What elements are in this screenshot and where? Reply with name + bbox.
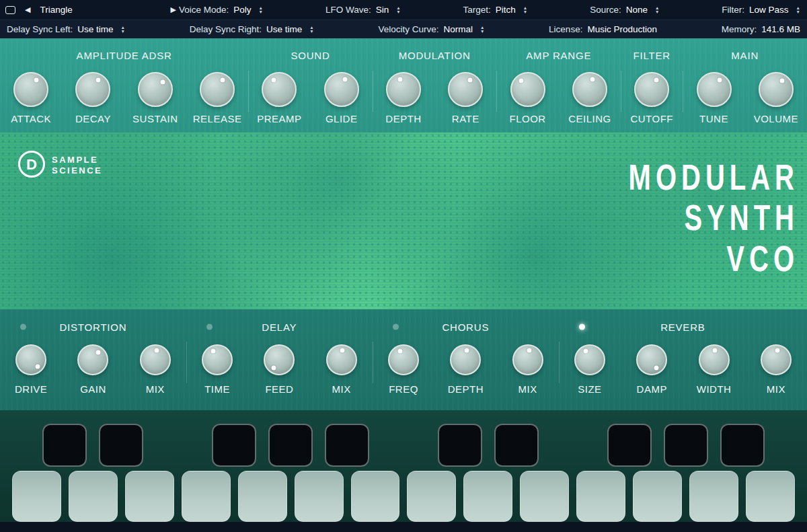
white-key-4[interactable] [182, 471, 231, 522]
knob-volume[interactable] [759, 72, 794, 107]
knob-indicator-dot [717, 78, 722, 83]
mix-label: MIX [332, 383, 351, 395]
white-key-5[interactable] [238, 471, 287, 522]
banner: D SAMPLE SCIENCE MODULAR SYNTH VCO [0, 132, 807, 309]
white-key-2[interactable] [69, 471, 118, 522]
knob-preamp[interactable] [262, 72, 297, 107]
updown-arrows-icon[interactable]: ▲▼ [396, 6, 400, 14]
knob-floor[interactable] [510, 72, 545, 107]
black-key-1[interactable] [42, 424, 87, 467]
updown-arrows-icon[interactable]: ▲▼ [309, 26, 313, 34]
logo: D SAMPLE SCIENCE [17, 150, 102, 181]
updown-arrows-icon[interactable]: ▲▼ [523, 6, 527, 14]
knob-drive[interactable] [15, 344, 46, 375]
cutoff-label: CUTOFF [630, 113, 673, 124]
group-modulation: MODULATIONDEPTHRATE [373, 38, 497, 132]
group-main: MAINTUNEVOLUME [683, 38, 807, 132]
group-header-distortion: DISTORTION [0, 309, 186, 344]
white-key-1[interactable] [12, 471, 61, 522]
preset-controls: ◀ Triangle ▶ [5, 5, 179, 15]
menu-delay-sync-left[interactable]: Delay Sync Left:Use time▲▼ [7, 24, 125, 34]
black-key-6[interactable] [438, 424, 482, 467]
knob-freq[interactable] [388, 344, 419, 375]
menu-filter[interactable]: Filter:Low Pass▲▼ [722, 5, 800, 15]
knob-release[interactable] [200, 72, 235, 107]
reverb-led[interactable] [579, 324, 585, 330]
white-key-12[interactable] [633, 471, 682, 522]
knob-glide[interactable] [324, 72, 359, 107]
group-header-modulation: MODULATION [373, 38, 497, 72]
knob-mix[interactable] [140, 344, 171, 375]
black-key-2[interactable] [99, 424, 143, 467]
updown-arrows-icon[interactable]: ▲▼ [121, 26, 125, 34]
knob-indicator-dot [584, 349, 588, 354]
white-key-3[interactable] [125, 471, 174, 522]
menu-source[interactable]: Source:None▲▼ [590, 5, 659, 15]
white-key-11[interactable] [576, 471, 625, 522]
group-sound: SOUNDPREAMPGLIDE [248, 38, 373, 132]
knob-ceiling[interactable] [572, 72, 607, 107]
white-key-7[interactable] [351, 471, 400, 522]
white-key-13[interactable] [689, 471, 738, 522]
black-key-10[interactable] [720, 424, 765, 467]
knob-depth[interactable] [386, 72, 421, 107]
knob-feed[interactable] [264, 344, 295, 375]
knob-size[interactable] [574, 344, 605, 375]
knob-width[interactable] [699, 344, 730, 375]
knob-cutoff[interactable] [634, 72, 669, 107]
knob-depth[interactable] [450, 344, 481, 375]
knob-mix[interactable] [512, 344, 543, 375]
updown-arrows-icon[interactable]: ▲▼ [796, 6, 800, 14]
updown-arrows-icon[interactable]: ▲▼ [480, 26, 484, 34]
knob-indicator-dot [343, 77, 348, 82]
menu-voice-mode[interactable]: Voice Mode:Poly▲▼ [179, 5, 263, 15]
knob-cell-amplitude-adsr-sustain: SUSTAIN [124, 72, 186, 132]
next-preset-button[interactable]: ▶ [171, 5, 176, 14]
knob-rate[interactable] [448, 72, 483, 107]
menu-target[interactable]: Target:Pitch▲▼ [463, 5, 528, 15]
menu-velocity-curve[interactable]: Velocity Curve:Normal▲▼ [378, 24, 484, 34]
knob-mix[interactable] [761, 344, 792, 375]
fx-panel: DISTORTIONDRIVEGAINMIXDELAYTIMEFEEDMIXCH… [0, 309, 807, 410]
window-icon[interactable] [5, 6, 15, 14]
knob-cell-reverb-width: WIDTH [683, 344, 744, 410]
white-key-8[interactable] [407, 471, 456, 522]
white-key-6[interactable] [295, 471, 344, 522]
chorus-led[interactable] [393, 324, 399, 330]
updown-arrows-icon[interactable]: ▲▼ [259, 6, 263, 14]
preset-name[interactable]: Triangle [40, 5, 72, 15]
knob-time[interactable] [202, 344, 233, 375]
black-key-3[interactable] [212, 424, 256, 467]
knob-decay[interactable] [75, 72, 110, 107]
menu-lfo-wave[interactable]: LFO Wave:Sin▲▼ [325, 5, 401, 15]
logo-line2: SCIENCE [52, 165, 102, 176]
white-key-10[interactable] [520, 471, 569, 522]
bottom-strip [0, 522, 807, 532]
knob-indicator-dot [780, 78, 785, 83]
delay-led[interactable] [206, 324, 213, 330]
mix-label: MIX [146, 383, 165, 395]
black-key-7[interactable] [494, 424, 539, 467]
black-key-4[interactable] [268, 424, 313, 467]
amp-range-title: AMP RANGE [526, 50, 591, 61]
menu-delay-sync-right[interactable]: Delay Sync Right:Use time▲▼ [190, 24, 314, 34]
white-key-9[interactable] [463, 471, 512, 522]
knobs-row-modulation: DEPTHRATE [373, 72, 497, 132]
black-key-8[interactable] [607, 424, 652, 467]
knob-mix[interactable] [326, 344, 357, 375]
knob-cell-delay-feed: FEED [248, 344, 310, 410]
keyboard [0, 410, 807, 522]
knob-gain[interactable] [77, 344, 108, 375]
updown-arrows-icon[interactable]: ▲▼ [655, 6, 659, 14]
knob-tune[interactable] [697, 72, 732, 107]
knob-damp[interactable] [636, 344, 667, 375]
knob-cell-distortion-gain: GAIN [62, 344, 124, 410]
white-key-14[interactable] [746, 471, 795, 522]
black-key-5[interactable] [325, 424, 369, 467]
knob-attack[interactable] [13, 72, 48, 107]
distortion-led[interactable] [20, 324, 26, 330]
prev-preset-button[interactable]: ◀ [25, 5, 30, 14]
knob-sustain[interactable] [138, 72, 173, 107]
group-header-amp-range: AMP RANGE [496, 38, 621, 72]
black-key-9[interactable] [664, 424, 708, 467]
